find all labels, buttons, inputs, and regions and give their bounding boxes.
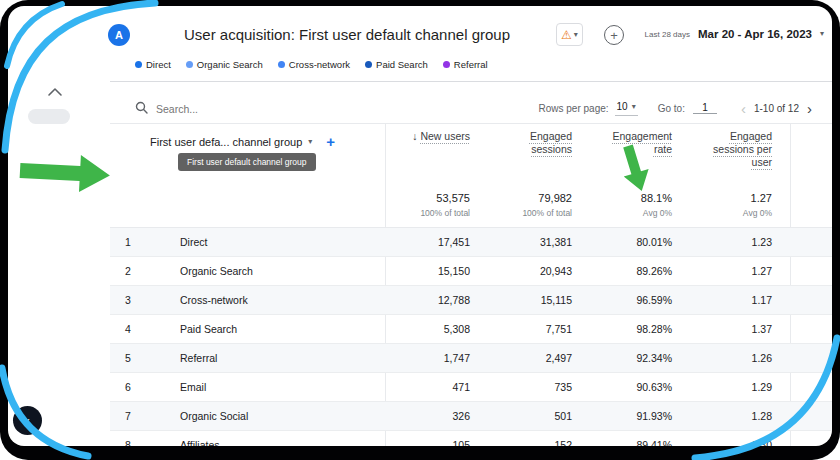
engaged-sessions-value: 501	[470, 410, 572, 422]
new-users-value: 15,150	[355, 265, 470, 277]
table-row: 2 Organic Search 15,150 20,943 89.26% 1.…	[110, 257, 832, 286]
totals-value: 88.1%	[577, 192, 672, 204]
new-users-value: 5,308	[355, 323, 470, 335]
analytics-page: A User acquisition: First user default c…	[8, 6, 832, 446]
engaged-sessions-per-user-value: 1.30	[672, 439, 772, 446]
table-row: 5 Referral 1,747 2,497 92.34% 1.26	[110, 344, 832, 373]
column-header-label: Engaged sessions	[530, 130, 572, 155]
engaged-sessions-value: 2,497	[470, 352, 572, 364]
totals-value: 53,575	[375, 192, 470, 204]
table-body: 1 Direct 17,451 31,381 80.01% 1.23 2 Org…	[110, 228, 832, 446]
column-header-engagement-rate[interactable]: Engagement rate	[577, 130, 672, 156]
legend-label: Organic Search	[197, 59, 263, 70]
annotated-screenshot: A User acquisition: First user default c…	[0, 0, 840, 460]
next-page-icon[interactable]: ›	[799, 101, 820, 116]
channel-name: Affiliates	[148, 439, 355, 446]
engaged-sessions-per-user-value: 1.29	[672, 381, 772, 393]
column-header-label: Engaged sessions per user	[713, 130, 772, 168]
legend-label: Paid Search	[376, 59, 428, 70]
date-range-picker[interactable]: Last 28 days Mar 20 - Apr 16, 2023 ▾	[645, 28, 824, 40]
legend-item-paid-search: Paid Search	[365, 59, 428, 70]
legend-dot	[135, 61, 142, 68]
go-to-page-input[interactable]	[693, 102, 717, 114]
table-search[interactable]	[135, 100, 286, 118]
engaged-sessions-value: 31,381	[470, 236, 572, 248]
row-index: 7	[110, 410, 148, 422]
table-top-divider	[110, 123, 832, 124]
row-index: 1	[110, 236, 148, 248]
totals-engaged-sessions: 79,982 100% of total	[477, 192, 572, 218]
row-index: 6	[110, 381, 148, 393]
column-header-engaged-sessions[interactable]: Engaged sessions	[477, 130, 572, 156]
engagement-rate-value: 80.01%	[572, 236, 672, 248]
chevron-down-icon: ▾	[308, 138, 312, 146]
legend-item-organic-search: Organic Search	[186, 59, 263, 70]
rows-per-page-value: 10	[617, 101, 628, 112]
engaged-sessions-per-user-value: 1.28	[672, 410, 772, 422]
channel-name: Organic Social	[148, 410, 355, 422]
totals-subtext: 100% of total	[375, 208, 470, 218]
legend-dot	[278, 61, 285, 68]
engagement-rate-value: 96.59%	[572, 294, 672, 306]
warning-icon: ⚠	[561, 29, 572, 41]
add-dimension-icon[interactable]: +	[326, 133, 335, 150]
table-row: 3 Cross-network 12,788 15,115 96.59% 1.1…	[110, 286, 832, 315]
rows-per-page-select[interactable]: 10 ▾	[615, 100, 638, 116]
engaged-sessions-per-user-value: 1.26	[672, 352, 772, 364]
chart-legend: Direct Organic Search Cross-network Paid…	[135, 59, 488, 70]
chevron-down-icon: ▾	[574, 31, 578, 39]
sidebar-collapse-icon[interactable]	[46, 84, 64, 96]
new-users-value: 12,788	[355, 294, 470, 306]
pagination-bar: Rows per page: 10 ▾ Go to: ‹ 1-10 of 12 …	[539, 100, 820, 116]
plus-icon: +	[610, 29, 618, 42]
engagement-rate-value: 90.63%	[572, 381, 672, 393]
row-index: 2	[110, 265, 148, 277]
totals-subtext: 100% of total	[477, 208, 572, 218]
engagement-rate-value: 92.34%	[572, 352, 672, 364]
add-comparison-button[interactable]: +	[604, 25, 624, 45]
totals-value: 1.27	[677, 192, 772, 204]
divider	[110, 81, 832, 82]
channel-name: Direct	[148, 236, 355, 248]
column-header-label: Engagement rate	[612, 130, 672, 155]
row-index: 3	[110, 294, 148, 306]
legend-label: Referral	[454, 59, 488, 70]
sort-desc-icon: ↓	[412, 130, 417, 142]
table-row: 4 Paid Search 5,308 7,751 98.28% 1.37	[110, 315, 832, 344]
warning-dropdown-button[interactable]: ⚠ ▾	[556, 23, 583, 46]
totals-value: 79,982	[477, 192, 572, 204]
legend-dot	[443, 61, 450, 68]
legend-label: Cross-network	[289, 59, 350, 70]
row-index: 4	[110, 323, 148, 335]
pagination-range: 1-10 of 12	[754, 103, 799, 114]
back-nav-button[interactable]: ‹	[13, 406, 42, 435]
engagement-rate-value: 89.26%	[572, 265, 672, 277]
new-users-value: 471	[355, 381, 470, 393]
report-title: User acquisition: First user default cha…	[184, 26, 510, 43]
legend-item-direct: Direct	[135, 59, 171, 70]
previous-page-icon[interactable]: ‹	[733, 101, 754, 116]
channel-name: Referral	[148, 352, 355, 364]
engaged-sessions-value: 20,943	[470, 265, 572, 277]
row-index: 8	[110, 439, 148, 446]
engagement-rate-value: 98.28%	[572, 323, 672, 335]
dimension-tooltip: First user default channel group	[178, 153, 316, 171]
go-to-label: Go to:	[658, 103, 685, 114]
dimension-column-header[interactable]: First user defa... channel group ▾ +	[150, 133, 335, 150]
channel-name: Organic Search	[148, 265, 355, 277]
chevron-left-icon: ‹	[25, 413, 30, 428]
row-index: 5	[110, 352, 148, 364]
channel-name: Paid Search	[148, 323, 355, 335]
date-preset-label: Last 28 days	[645, 30, 690, 39]
engagement-rate-value: 91.93%	[572, 410, 672, 422]
channel-name: Email	[148, 381, 355, 393]
rows-per-page-label: Rows per page:	[539, 103, 609, 114]
search-input[interactable]	[156, 103, 286, 115]
avatar[interactable]: A	[108, 24, 130, 46]
new-users-value: 17,451	[355, 236, 470, 248]
column-header-engaged-sessions-per-user[interactable]: Engaged sessions per user	[677, 130, 772, 169]
new-users-value: 1,747	[355, 352, 470, 364]
channel-name: Cross-network	[148, 294, 355, 306]
column-header-new-users[interactable]: ↓New users	[375, 130, 470, 143]
engaged-sessions-per-user-value: 1.27	[672, 265, 772, 277]
